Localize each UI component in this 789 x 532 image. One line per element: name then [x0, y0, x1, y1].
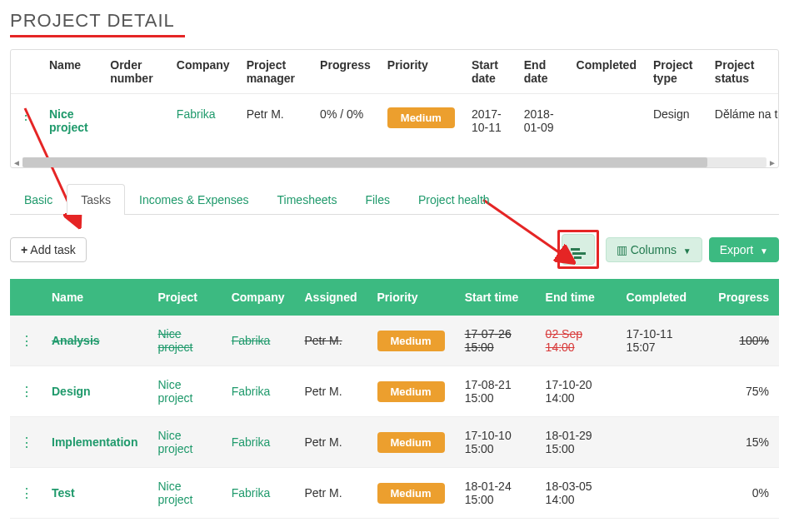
task-start-time: 18-01-24 15:00	[455, 468, 536, 519]
tab-project-health[interactable]: Project health	[404, 184, 504, 215]
tab-bar: Basic Tasks Incomes & Expenses Timesheet…	[10, 183, 779, 215]
export-label: Export	[720, 243, 753, 256]
th-completed[interactable]: Completed	[617, 279, 709, 316]
summary-row: ⋮ Nice project Fabrika Petr M. 0% / 0% M…	[11, 94, 778, 158]
cell-completed	[568, 94, 645, 158]
task-row: ⋮ Test Nice project Fabrika Petr M. Medi…	[10, 468, 779, 519]
row-menu-icon[interactable]: ⋮	[20, 333, 32, 349]
task-project-link[interactable]: Nice project	[157, 429, 192, 455]
th-assigned[interactable]: Assigned	[294, 279, 367, 316]
th-name[interactable]: Name	[42, 279, 147, 316]
th-project[interactable]: Project	[147, 279, 221, 316]
company-link[interactable]: Fabrika	[177, 107, 216, 121]
task-start-time: 17-08-21 15:00	[455, 366, 536, 417]
col-completed: Completed	[568, 50, 645, 94]
tab-timesheets[interactable]: Timesheets	[263, 184, 352, 215]
task-row: ⋮ Design Nice project Fabrika Petr M. Me…	[10, 366, 779, 417]
row-menu-icon[interactable]: ⋮	[20, 485, 32, 501]
project-summary-panel: Name Order number Company Project manage…	[10, 49, 779, 168]
columns-button[interactable]: ▥ Columns ▼	[606, 237, 702, 262]
col-name: Name	[41, 50, 102, 94]
cell-project-manager: Petr M.	[238, 94, 312, 158]
gantt-icon	[571, 248, 586, 259]
task-completed	[617, 366, 709, 417]
col-project-manager: Project manager	[238, 50, 312, 94]
priority-badge: Medium	[387, 107, 455, 128]
tasks-table: Name Project Company Assigned Priority S…	[10, 279, 779, 519]
horizontal-scrollbar[interactable]: ◄ ►	[11, 157, 778, 167]
caret-down-icon: ▼	[760, 246, 768, 256]
tab-files[interactable]: Files	[351, 184, 404, 215]
task-project-link[interactable]: Nice project	[157, 480, 192, 506]
cell-progress: 0% / 0%	[312, 94, 379, 158]
row-menu-icon[interactable]: ⋮	[20, 435, 32, 450]
task-completed: 17-10-11 15:07	[617, 316, 709, 366]
task-progress: 15%	[708, 417, 779, 468]
col-start-date: Start date	[463, 50, 516, 94]
priority-badge: Medium	[377, 432, 445, 453]
task-end-time: 02 Sep 14:00	[536, 316, 617, 366]
priority-badge: Medium	[377, 381, 445, 402]
col-end-date: End date	[516, 50, 568, 94]
add-task-label: Add task	[30, 243, 75, 256]
task-name-link[interactable]: Test	[52, 486, 75, 500]
gantt-view-button[interactable]	[562, 234, 595, 265]
cell-project-type: Design	[645, 94, 707, 158]
project-name-link[interactable]: Nice project	[49, 107, 88, 134]
task-name-link[interactable]: Implementation	[52, 435, 137, 449]
task-company-link[interactable]: Fabrika	[232, 334, 271, 347]
task-progress: 0%	[708, 468, 779, 519]
task-company-link[interactable]: Fabrika	[232, 486, 271, 500]
highlight-box	[557, 230, 599, 269]
cell-end-date: 2018-01-09	[516, 94, 568, 158]
project-summary-table: Name Order number Company Project manage…	[11, 50, 778, 157]
task-progress: 75%	[708, 366, 779, 417]
add-task-button[interactable]: + Add task	[10, 237, 87, 262]
priority-badge: Medium	[377, 483, 445, 504]
cell-start-date: 2017-10-11	[463, 94, 516, 158]
task-start-time: 17-07-26 15:00	[455, 316, 536, 366]
th-company[interactable]: Company	[222, 279, 295, 316]
task-completed	[617, 468, 709, 519]
col-progress: Progress	[312, 50, 379, 94]
task-assigned: Petr M.	[294, 366, 367, 417]
cell-project-status: Děláme na to	[707, 94, 778, 158]
task-assigned: Petr M.	[294, 316, 367, 366]
col-project-type: Project type	[645, 50, 707, 94]
tab-basic[interactable]: Basic	[10, 184, 67, 215]
task-end-time: 18-03-05 14:00	[536, 468, 617, 519]
th-priority[interactable]: Priority	[367, 279, 455, 316]
task-assigned: Petr M.	[294, 417, 367, 468]
task-company-link[interactable]: Fabrika	[232, 385, 271, 398]
task-start-time: 17-10-10 15:00	[455, 417, 536, 468]
columns-icon: ▥	[617, 243, 627, 256]
task-row: ⋮ Analysis Nice project Fabrika Petr M. …	[10, 316, 779, 366]
task-assigned: Petr M.	[294, 468, 367, 519]
row-menu-icon[interactable]: ⋮	[19, 107, 31, 123]
row-menu-icon[interactable]: ⋮	[20, 384, 32, 400]
task-row: ⋮ Implementation Nice project Fabrika Pe…	[10, 417, 779, 468]
task-end-time: 18-01-29 15:00	[536, 417, 617, 468]
col-project-status: Project status	[707, 50, 778, 94]
task-name-link[interactable]: Design	[52, 385, 91, 398]
task-project-link[interactable]: Nice project	[157, 378, 192, 405]
columns-label: Columns	[631, 243, 677, 256]
th-end-time[interactable]: End time	[536, 279, 617, 316]
export-button[interactable]: Export ▼	[709, 237, 779, 262]
plus-icon: +	[21, 243, 27, 256]
task-project-link[interactable]: Nice project	[157, 327, 192, 354]
col-priority: Priority	[379, 50, 463, 94]
task-completed	[617, 417, 709, 468]
task-name-link[interactable]: Analysis	[52, 334, 100, 347]
th-start-time[interactable]: Start time	[455, 279, 536, 316]
task-progress: 100%	[708, 316, 779, 366]
col-company: Company	[168, 50, 238, 94]
th-progress[interactable]: Progress	[708, 279, 779, 316]
task-company-link[interactable]: Fabrika	[232, 435, 271, 449]
cell-order-number	[102, 94, 168, 158]
caret-down-icon: ▼	[683, 246, 692, 256]
col-order-number: Order number	[102, 50, 168, 94]
priority-badge: Medium	[377, 331, 445, 351]
tab-incomes-expenses[interactable]: Incomes & Expenses	[125, 184, 263, 215]
tab-tasks[interactable]: Tasks	[67, 184, 125, 215]
